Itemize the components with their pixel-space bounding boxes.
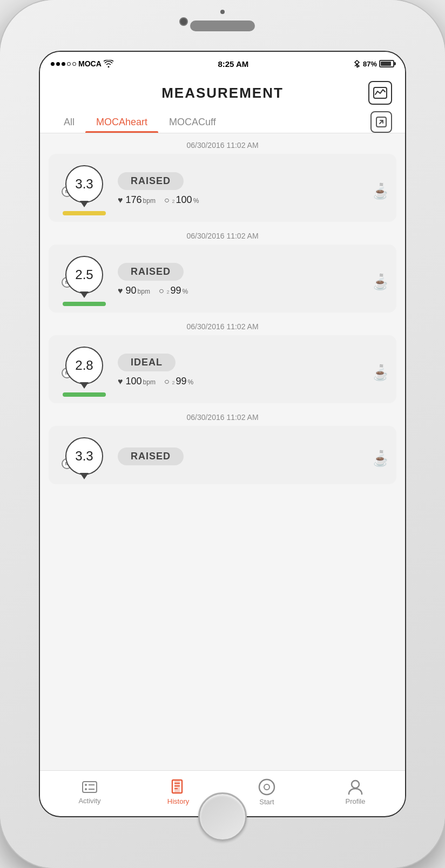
measurement-date-4: 06/30/2016 11:02 AM [40,405,405,426]
signal-dot-2 [56,62,60,66]
measurement-card-1[interactable]: M 3.3 RAISED ♥ 176 [49,154,396,222]
oxygen-icon-2: ○ [159,286,164,296]
heart-rate-3: ♥ 100 bpm [118,376,156,387]
heart-icon-1: ♥ [118,195,123,205]
card-center-3: IDEAL ♥ 100 bpm ○2 99 % [118,354,367,387]
card-left-2: M 2.5 [57,253,111,306]
status-badge-2: RAISED [118,263,184,281]
signal-dot-5 [72,62,76,66]
oxygen-icon-1: ○ [164,195,170,205]
tab-all[interactable]: All [53,112,85,132]
phone-frame: MOCA 8:25 AM 87% [0,0,445,868]
chart-button[interactable] [368,81,392,105]
battery-percent: 87% [363,60,377,68]
score-bar-3 [63,392,106,397]
card-right-1: ≋ ☕ [373,179,388,199]
score-bubble-1: M 3.3 [64,162,105,206]
phone-screen: MOCA 8:25 AM 87% [39,51,406,817]
export-button[interactable] [370,111,392,133]
measurement-date-1: 06/30/2016 11:02 AM [40,133,405,154]
battery-fill [381,62,391,66]
coffee-icon-2: ☕ [373,278,388,290]
card-right-3: ≋ ☕ [373,361,388,381]
camera [179,17,188,26]
nav-activity-label: Activity [78,797,100,805]
battery-icon [379,60,394,67]
card-left-4: M 3.3 [57,435,111,478]
signal-dot-4 [67,62,71,66]
score-circle-2: 2.5 [65,256,103,294]
measurement-date-2: 06/30/2016 11:02 AM [40,224,405,245]
status-time: 8:25 AM [218,59,248,69]
oxygen-2: ○2 99 % [159,285,188,296]
card-left-1: M 3.3 [57,162,111,215]
history-icon [170,779,186,795]
heart-rate-1: ♥ 176 bpm [118,194,156,206]
carrier-name: MOCA [78,59,102,68]
nav-profile[interactable]: Profile [311,779,400,805]
score-bubble-2: M 2.5 [64,253,105,296]
nav-activity[interactable]: Activity [45,779,134,805]
card-left-3: M 2.8 [57,344,111,397]
oxygen-icon-3: ○ [164,377,170,386]
score-bubble-3: M 2.8 [64,344,105,387]
svg-point-4 [85,788,87,790]
score-circle-4: 3.3 [65,437,103,475]
measurement-tabs: All MOCAheart MOCACuff [40,105,405,133]
oxygen-1: ○2 100 % [164,194,199,206]
coffee-icon-1: ☕ [373,187,388,199]
heart-icon-3: ♥ [118,377,123,386]
card-center-4: RAISED [118,447,367,465]
score-bar-1 [63,211,106,215]
measurement-card-2[interactable]: M 2.5 RAISED ♥ 90 [49,245,396,313]
measurement-card-4[interactable]: M 3.3 RAISED ≋ ☕ [49,426,396,484]
score-bar-2 [63,302,106,306]
bluetooth-icon [353,60,361,67]
svg-point-12 [259,779,274,795]
status-badge-1: RAISED [118,172,184,190]
profile-icon [347,779,363,795]
chart-icon [373,87,387,99]
page-title: MEASUREMENT [77,85,368,101]
wifi-icon [104,60,113,67]
heart-rate-2: ♥ 90 bpm [118,285,150,296]
score-circle-3: 2.8 [65,347,103,384]
vitals-2: ♥ 90 bpm ○2 99 % [118,285,367,296]
tab-mocaheart[interactable]: MOCAheart [85,112,158,132]
vitals-3: ♥ 100 bpm ○2 99 % [118,376,367,387]
nav-profile-label: Profile [346,797,366,805]
card-center-2: RAISED ♥ 90 bpm ○2 99 % [118,263,367,296]
svg-point-3 [85,784,87,786]
nav-start-label: Start [259,798,274,806]
start-icon [258,778,275,796]
signal-strength [51,62,76,66]
measurement-date-3: 06/30/2016 11:02 AM [40,315,405,335]
svg-point-14 [352,781,359,788]
status-bar: MOCA 8:25 AM 87% [40,52,405,76]
status-badge-4: RAISED [118,447,184,465]
signal-dot-1 [51,62,55,66]
speaker [190,21,255,31]
score-circle-1: 3.3 [65,165,103,203]
card-right-4: ≋ ☕ [373,446,388,466]
activity-icon [82,779,98,795]
measurements-list: 06/30/2016 11:02 AM M 3.3 RAISED [40,133,405,770]
coffee-icon-4: ☕ [373,455,388,466]
card-center-1: RAISED ♥ 176 bpm ○2 100 % [118,172,367,206]
nav-history-label: History [167,797,189,805]
app-content: MEASUREMENT All MOCAheart MOCACuff [40,76,405,813]
home-button[interactable] [198,792,247,841]
vitals-1: ♥ 176 bpm ○2 100 % [118,194,367,206]
heart-icon-2: ♥ [118,286,123,296]
measurement-card-3[interactable]: M 2.8 IDEAL ♥ 100 [49,335,396,403]
coffee-icon-3: ☕ [373,369,388,381]
svg-point-13 [264,784,269,790]
export-icon [376,117,387,127]
tab-mocacuff[interactable]: MOCACuff [158,112,227,132]
signal-dot-3 [62,62,65,66]
card-right-2: ≋ ☕ [373,270,388,290]
status-badge-3: IDEAL [118,354,176,371]
status-left: MOCA [51,59,113,68]
status-right: 87% [353,60,394,68]
app-header: MEASUREMENT [40,76,405,105]
